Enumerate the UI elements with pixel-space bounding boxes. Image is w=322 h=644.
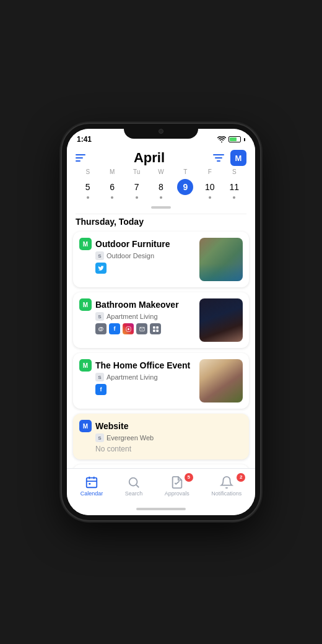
day-8[interactable]: 8 [149, 178, 173, 200]
status-icons [217, 136, 245, 142]
day-header-f: F [198, 168, 222, 175]
day-headers: S M Tu W T F S [76, 168, 246, 175]
nav-label-approvals: Approvals [165, 490, 189, 497]
card-image-office [199, 359, 243, 402]
battery-tip [244, 138, 245, 141]
day-header-m: M [100, 168, 124, 175]
facebook-icon-2: f [95, 384, 107, 395]
notch [124, 124, 198, 139]
card-website[interactable]: M Website S Evergreen Web No content [73, 414, 249, 459]
nav-label-notifications: Notifications [211, 490, 242, 497]
phone-screen: 1:41 [67, 129, 255, 515]
svg-rect-1 [215, 157, 222, 159]
day-11[interactable]: 11 [222, 178, 246, 200]
calendar-nav-icon [85, 476, 98, 489]
nav-label-calendar: Calendar [80, 490, 103, 497]
s-icon-4: S [95, 433, 104, 442]
instagram-icon [123, 323, 134, 334]
s-icon-2: S [95, 312, 104, 321]
svg-line-17 [136, 485, 139, 487]
card-title-bathroom: Bathroom Makeover [95, 300, 179, 310]
card-subtitle-office: Apartment Living [107, 373, 158, 381]
header-actions: M [213, 150, 246, 166]
search-nav-icon [127, 476, 141, 489]
m-icon-green-3: M [79, 359, 92, 372]
card-image-bathroom [199, 298, 243, 342]
card-subtitle-outdoor: Outdoor Design [107, 252, 154, 259]
bottom-nav: Calendar Search 5 Approvals [67, 468, 255, 503]
grid-icon [150, 323, 161, 334]
battery-icon [228, 136, 241, 142]
svg-rect-11 [87, 477, 97, 487]
cards-container: M Outdoor Furniture S Outdoor Design [67, 232, 255, 468]
day-header-t: T [173, 168, 198, 175]
day-5[interactable]: 5 [76, 178, 100, 200]
card-subtitle-website: Evergreen Web [107, 434, 154, 442]
svg-rect-9 [156, 329, 159, 332]
card-top: M Outdoor Furniture S Outdoor Design [79, 238, 243, 281]
day-header-w: W [149, 168, 173, 175]
scroll-indicator [67, 204, 255, 214]
app-content: April M S M Tu [67, 146, 255, 468]
day-7[interactable]: 7 [124, 178, 149, 200]
svg-rect-15 [89, 482, 90, 484]
notifications-badge: 2 [237, 473, 245, 482]
email-icon [136, 323, 147, 334]
card-bathroom-makeover[interactable]: M Bathroom Makeover S Apartment Living @… [73, 292, 249, 348]
bell-nav-icon [220, 476, 233, 489]
no-content-label: No content [95, 445, 243, 453]
m-icon-green: M [79, 238, 92, 250]
card-home-office[interactable]: M The Home Office Event S Apartment Livi… [73, 353, 249, 409]
nav-item-calendar[interactable]: Calendar [76, 473, 108, 499]
at-icon: @ [95, 323, 107, 334]
svg-point-16 [129, 477, 137, 485]
calendar-grid: S M Tu W T F S 5 6 [67, 168, 255, 204]
m-icon-blue: M [79, 420, 92, 432]
menu-button[interactable] [76, 154, 85, 162]
nav-label-search: Search [125, 490, 143, 497]
card-image-outdoor [199, 238, 243, 281]
card-social-outdoor [95, 263, 194, 274]
day-header-tu: Tu [124, 168, 149, 175]
day-6[interactable]: 6 [100, 178, 124, 200]
s-icon-3: S [95, 373, 104, 381]
header-title: April [134, 150, 165, 166]
card-social-office: f [95, 384, 194, 395]
svg-rect-6 [153, 326, 155, 329]
m-badge-button[interactable]: M [230, 150, 246, 166]
svg-rect-0 [213, 154, 224, 155]
card-title-office: The Home Office Event [95, 360, 190, 370]
day-9-today[interactable]: 9 [173, 178, 198, 200]
day-header-s1: S [76, 168, 100, 175]
svg-rect-8 [153, 329, 155, 332]
day-row: 5 6 7 8 9 [76, 178, 246, 200]
card-social-bathroom: @ f [95, 323, 194, 334]
m-icon-green-2: M [79, 298, 92, 311]
svg-rect-7 [156, 326, 159, 329]
approvals-badge: 5 [185, 473, 193, 482]
wifi-icon [217, 136, 226, 142]
filter-icon[interactable] [213, 154, 224, 162]
section-title: Thursday, Today [67, 214, 255, 232]
app-header: April M [67, 146, 255, 168]
approvals-nav-icon [170, 476, 184, 489]
phone-frame: 1:41 [62, 124, 260, 520]
s-icon: S [95, 251, 104, 260]
nav-item-search[interactable]: Search [120, 473, 148, 499]
camera [159, 129, 163, 134]
day-10[interactable]: 10 [198, 178, 222, 200]
home-pill [136, 508, 186, 510]
card-title-outdoor: Outdoor Furniture [95, 239, 170, 249]
facebook-icon: f [109, 323, 120, 334]
day-header-s2: S [222, 168, 246, 175]
card-title-website: Website [95, 421, 128, 431]
card-subtitle-bathroom: Apartment Living [107, 313, 158, 320]
card-outdoor-furniture[interactable]: M Outdoor Furniture S Outdoor Design [73, 232, 249, 287]
status-time: 1:41 [77, 135, 92, 144]
svg-rect-2 [217, 160, 220, 162]
twitter-icon [95, 263, 107, 274]
nav-item-notifications[interactable]: 2 Notifications [206, 473, 246, 499]
home-indicator [67, 503, 255, 515]
nav-item-approvals[interactable]: 5 Approvals [160, 473, 194, 499]
